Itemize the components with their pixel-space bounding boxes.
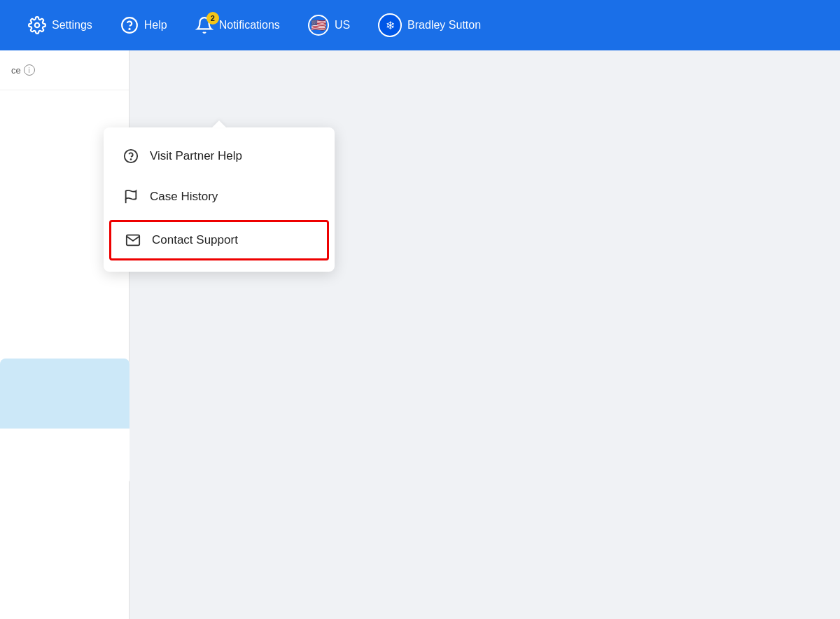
notifications-nav-item[interactable]: 2 Notifications bbox=[181, 0, 294, 50]
notification-badge: 2 bbox=[206, 12, 219, 25]
svg-point-0 bbox=[35, 23, 40, 28]
card-body bbox=[0, 429, 130, 485]
card-blue-header bbox=[0, 359, 130, 429]
help-dropdown-menu: Visit Partner Help Case History Contact … bbox=[104, 127, 335, 272]
info-icon: i bbox=[24, 64, 35, 76]
help-nav-item[interactable]: Help bbox=[106, 0, 181, 50]
circle-question-icon bbox=[123, 148, 139, 164]
snowflake-emoji: ❄ bbox=[386, 19, 395, 32]
top-navigation-bar: Settings Help 2 Notifications 🇺🇸 US ❄ Br… bbox=[0, 0, 840, 50]
flag-emoji: 🇺🇸 bbox=[311, 18, 326, 33]
main-content-area: ce i 🚚 Visit Partner Help Case bbox=[0, 50, 840, 619]
contact-support-item[interactable]: Contact Support bbox=[109, 220, 329, 260]
settings-nav-item[interactable]: Settings bbox=[14, 0, 106, 50]
settings-label: Settings bbox=[52, 19, 92, 32]
notifications-label: Notifications bbox=[219, 19, 280, 32]
help-icon bbox=[120, 16, 139, 34]
visit-partner-help-item[interactable]: Visit Partner Help bbox=[104, 136, 335, 176]
notification-wrapper: 2 bbox=[195, 16, 214, 34]
case-history-label: Case History bbox=[150, 190, 218, 204]
mail-icon bbox=[125, 232, 141, 248]
flag-circle: 🇺🇸 bbox=[308, 15, 329, 36]
flag-icon bbox=[123, 189, 139, 204]
visit-partner-help-label: Visit Partner Help bbox=[150, 149, 242, 163]
locale-nav-item[interactable]: 🇺🇸 US bbox=[294, 0, 364, 50]
contact-support-label: Contact Support bbox=[152, 233, 238, 247]
case-history-item[interactable]: Case History bbox=[104, 176, 335, 217]
user-nav-item[interactable]: ❄ Bradley Sutton bbox=[364, 0, 495, 50]
settings-icon bbox=[28, 16, 46, 34]
locale-label: US bbox=[335, 19, 350, 32]
user-name-label: Bradley Sutton bbox=[407, 19, 481, 32]
sidebar-info-row: ce i bbox=[0, 50, 129, 90]
sidebar-info-text: ce bbox=[11, 65, 21, 76]
lower-card: 🚚 bbox=[0, 359, 130, 485]
user-avatar: ❄ bbox=[378, 13, 402, 37]
help-label: Help bbox=[144, 19, 167, 32]
